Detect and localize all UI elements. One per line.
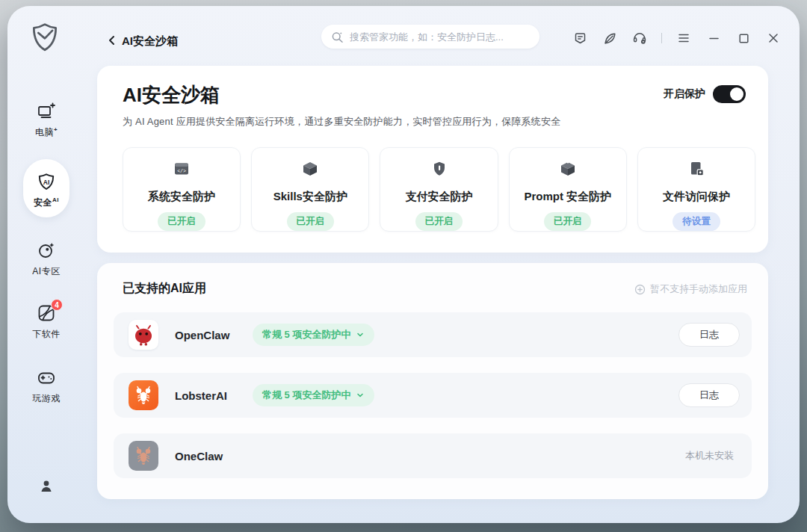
sandbox-description: 为 AI Agent 应用提供安全隔离运行环境，通过多重安全防护能力，实时管控应… (123, 115, 560, 129)
protection-toggle[interactable] (713, 85, 746, 103)
titlebar-divider (661, 33, 662, 43)
app-logo-shield-icon (28, 21, 61, 57)
feature-status-badge: 已开启 (544, 212, 592, 231)
feature-status-badge: 已开启 (415, 212, 463, 231)
feature-card-list: </> 系统安全防护 已开启 Skills安全防护 (123, 147, 755, 232)
supported-apps-card: 已支持的AI应用 暂不支持手动添加应用 (97, 263, 768, 499)
feature-title: 支付安全防护 (406, 190, 473, 204)
download-count-badge: 4 (51, 299, 63, 311)
log-button[interactable]: 日志 (678, 323, 740, 347)
protection-dropdown-label: 常规 5 项安全防护中 (262, 389, 350, 402)
app-row-openclaw: OpenClaw 常规 5 项安全防护中 日志 (114, 312, 752, 357)
maximize-icon[interactable] (734, 28, 753, 48)
payment-shield-icon (430, 160, 448, 181)
menu-icon[interactable] (674, 28, 693, 48)
feature-title: 系统安全防护 (148, 190, 215, 204)
add-circle-icon (634, 284, 646, 295)
desktop-background: AI安全沙箱 (0, 0, 807, 532)
sandbox-overview-card: AI安全沙箱 为 AI Agent 应用提供安全隔离运行环境，通过多重安全防护能… (97, 66, 768, 253)
feature-status-badge: 已开启 (287, 212, 335, 231)
feature-skills-protection[interactable]: Skills安全防护 已开启 (251, 147, 369, 232)
sidebar-item-games[interactable]: 玩游戏 (7, 368, 85, 405)
sidebar-item-label: 下软件 (32, 328, 61, 341)
search-bar[interactable] (321, 25, 539, 49)
chevron-down-icon (356, 330, 365, 339)
gamepad-icon (37, 368, 56, 387)
sidebar-item-label: 玩游戏 (32, 392, 61, 405)
app-name: LobsterAI (175, 389, 239, 402)
feature-status-badge: 待设置 (672, 212, 720, 231)
supported-apps-title: 已支持的AI应用 (123, 281, 206, 297)
feature-prompt-protection[interactable]: Prompt 安全防护 已开启 (509, 147, 627, 232)
sidebar-item-security-ai[interactable]: AI 安全AI (7, 172, 85, 209)
sidebar: 电脑+ AI 安全AI (7, 73, 85, 522)
oneclaw-mascot-icon (129, 441, 158, 471)
app-window: AI安全沙箱 (7, 6, 800, 523)
feature-title: Skills安全防护 (273, 190, 347, 204)
feature-title: Prompt 安全防护 (524, 190, 611, 204)
computer-plus-icon (37, 102, 56, 121)
protection-toggle-label: 开启保护 (664, 87, 705, 101)
feature-status-badge: 已开启 (158, 212, 205, 231)
sidebar-item-label: 电脑+ (35, 126, 58, 139)
protection-dropdown[interactable]: 常规 5 项安全防护中 (253, 324, 374, 346)
ai-zone-compass-icon (37, 241, 56, 260)
sidebar-item-software[interactable]: 4 下软件 (7, 303, 85, 341)
search-input[interactable] (350, 31, 530, 43)
shield-ai-icon: AI (37, 172, 56, 191)
app-row-oneclaw: OneClaw 本机未安装 (114, 433, 752, 478)
openclaw-mascot-icon (129, 320, 158, 350)
not-installed-status: 本机未安装 (685, 449, 740, 463)
sidebar-item-ai-zone[interactable]: AI专区 (7, 241, 85, 278)
close-icon[interactable] (764, 28, 783, 48)
sidebar-item-computer[interactable]: 电脑+ (7, 102, 85, 139)
feature-title: 文件访问保护 (663, 190, 730, 204)
toggle-knob (730, 87, 743, 101)
skills-cube-icon (301, 160, 319, 181)
titlebar-controls (570, 28, 783, 48)
feature-file-access-protection[interactable]: 文件访问保护 待设置 (637, 147, 755, 232)
app-row-lobsterai: LobsterAI 常规 5 项安全防护中 日志 (114, 373, 752, 418)
add-app-hint-text: 暂不支持手动添加应用 (650, 282, 747, 296)
log-button[interactable]: 日志 (678, 383, 740, 407)
protection-toggle-row: 开启保护 (664, 85, 746, 103)
prompt-cube-icon (559, 160, 577, 181)
feather-theme-icon[interactable] (600, 28, 619, 48)
back-button[interactable] (103, 31, 121, 49)
sidebar-item-label: 安全AI (34, 197, 59, 209)
sidebar-item-label: AI专区 (32, 265, 60, 278)
svg-text:AI: AI (43, 178, 50, 185)
svg-text:</>: </> (177, 169, 186, 174)
add-app-hint: 暂不支持手动添加应用 (634, 282, 747, 296)
protection-dropdown[interactable]: 常规 5 项安全防护中 (253, 384, 374, 406)
minimize-icon[interactable] (704, 28, 723, 48)
feature-payment-protection[interactable]: 支付安全防护 已开启 (380, 147, 498, 232)
chevron-down-icon (356, 391, 365, 400)
software-box-icon: 4 (37, 303, 56, 323)
system-window-icon: </> (173, 160, 191, 181)
search-icon (331, 31, 344, 43)
app-name: OneClaw (175, 450, 239, 463)
support-headset-icon[interactable] (630, 28, 649, 48)
feedback-icon[interactable] (570, 28, 590, 48)
app-name: OpenClaw (175, 329, 239, 341)
sandbox-title: AI安全沙箱 (123, 82, 220, 108)
file-lock-icon (687, 160, 705, 181)
account-person-icon[interactable] (38, 478, 55, 495)
page-title: AI安全沙箱 (122, 34, 178, 49)
protection-dropdown-label: 常规 5 项安全防护中 (262, 328, 350, 341)
lobster-mascot-icon (129, 380, 158, 410)
feature-system-protection[interactable]: </> 系统安全防护 已开启 (123, 147, 241, 232)
